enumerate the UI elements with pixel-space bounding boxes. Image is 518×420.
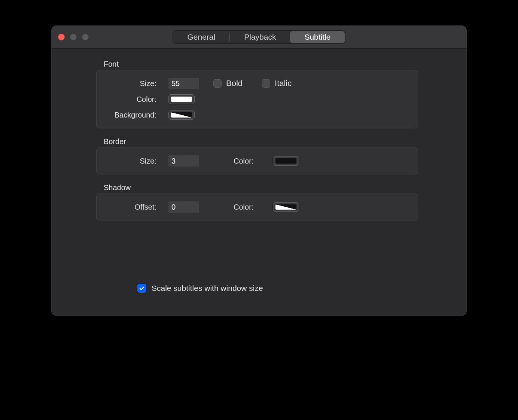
font-section: Font Size: Bold Italic Color: xyxy=(96,60,418,128)
border-size-input[interactable] xyxy=(168,155,199,167)
titlebar: General Playback Subtitle xyxy=(51,25,467,49)
font-bold-checkbox[interactable] xyxy=(213,79,222,88)
tab-bar: General Playback Subtitle xyxy=(173,30,346,44)
preferences-window: General Playback Subtitle Font Size: Bol… xyxy=(51,25,467,316)
shadow-color-well[interactable] xyxy=(273,202,299,212)
minimize-window-button[interactable] xyxy=(70,34,77,40)
tab-general[interactable]: General xyxy=(173,31,230,43)
shadow-section-title: Shadow xyxy=(104,183,418,192)
scale-subtitles-label: Scale subtitles with window size xyxy=(152,284,263,293)
shadow-section: Shadow Offset: Color: xyxy=(96,183,418,220)
border-section-title: Border xyxy=(104,137,418,146)
shadow-color-label: Color: xyxy=(234,203,253,211)
shadow-offset-input[interactable] xyxy=(168,201,199,213)
scale-subtitles-checkbox[interactable] xyxy=(137,284,146,293)
color-swatch-icon xyxy=(171,112,192,118)
color-swatch-icon xyxy=(275,204,296,210)
shadow-offset-label: Offset: xyxy=(104,203,156,211)
font-color-label: Color: xyxy=(104,95,156,104)
font-color-well[interactable] xyxy=(168,94,195,104)
content-area: Font Size: Bold Italic Color: xyxy=(51,49,467,241)
color-swatch-icon xyxy=(275,158,296,164)
color-swatch-icon xyxy=(171,97,192,102)
tab-playback[interactable]: Playback xyxy=(230,31,290,43)
font-size-input[interactable] xyxy=(168,78,199,89)
font-background-color-well[interactable] xyxy=(168,110,195,120)
font-bold-label: Bold xyxy=(226,79,243,88)
font-background-label: Background: xyxy=(104,111,156,119)
border-size-label: Size: xyxy=(104,157,156,165)
border-section: Border Size: Color: xyxy=(96,137,418,174)
font-section-title: Font xyxy=(104,60,418,69)
close-window-button[interactable] xyxy=(58,34,65,40)
check-icon xyxy=(139,285,145,291)
zoom-window-button[interactable] xyxy=(82,34,89,40)
border-color-label: Color: xyxy=(234,157,253,165)
font-italic-checkbox[interactable] xyxy=(262,79,270,88)
border-color-well[interactable] xyxy=(273,156,299,166)
tab-subtitle[interactable]: Subtitle xyxy=(290,31,345,43)
scale-subtitles-row: Scale subtitles with window size xyxy=(137,284,263,293)
window-controls xyxy=(58,34,125,40)
font-size-label: Size: xyxy=(104,79,156,88)
font-italic-label: Italic xyxy=(275,79,292,88)
